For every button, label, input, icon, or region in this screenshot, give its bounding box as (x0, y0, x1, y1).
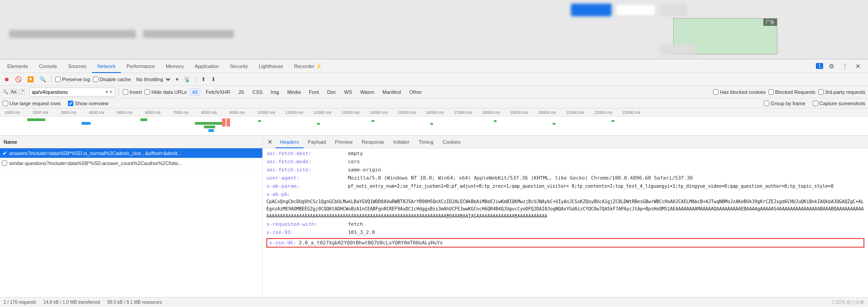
devtools-tab-bar: Elements Console Sources Network Perform… (0, 59, 868, 73)
devtools-tab-actions: 1 ⚙ ⋮ ✕ (816, 62, 866, 71)
filter-font-button[interactable]: Font (306, 88, 322, 96)
large-rows-checkbox[interactable]: Use large request rows (3, 101, 61, 106)
filter-clear-icon[interactable]: ✕ (109, 89, 113, 94)
blocked-requests-checkbox[interactable]: Blocked Requests (768, 89, 815, 95)
details-tab-preview[interactable]: Preview (330, 136, 357, 148)
filter-icon[interactable]: 🔽 (26, 75, 35, 83)
waterfall-bar-5 (222, 118, 226, 127)
record-button[interactable]: ⏺ (3, 75, 11, 83)
filter-img-button[interactable]: Img (268, 88, 282, 96)
tab-elements[interactable]: Elements (2, 59, 34, 73)
third-party-input[interactable] (818, 89, 824, 95)
details-tab-timing[interactable]: Timing (414, 136, 438, 148)
group-by-frame-checkbox[interactable]: Group by frame (764, 101, 805, 106)
filter-doc-button[interactable]: Doc (324, 88, 339, 96)
details-panel: ✕ Headers Payload Preview Response Initi… (263, 136, 868, 297)
details-tab-cookies[interactable]: Cookies (438, 136, 465, 148)
tick-10000: 10000 ms (257, 110, 285, 115)
url-filter-input[interactable] (32, 89, 104, 95)
devtools-settings-icon[interactable]: ⚙ (827, 62, 836, 71)
blocked-requests-input[interactable] (768, 89, 774, 95)
header-row-x-zse-96-highlighted: x-zse-96: 2.0_a_t027Xgb02YQ0tBhwtBQ7U0cL… (266, 238, 864, 248)
devtools-panel: Elements Console Sources Network Perform… (0, 59, 868, 307)
capture-screenshots-input[interactable] (813, 101, 818, 106)
devtools-close-icon[interactable]: ✕ (854, 62, 863, 71)
disable-cache-input[interactable] (93, 77, 98, 82)
request-name-1: answers?include=data%5B*%5D.is_normal%2C… (9, 151, 260, 156)
request-row-1[interactable]: answers?include=data%5B*%5D.is_normal%2C… (0, 148, 262, 158)
url-filter-wrap: ▾ ✕ (29, 88, 115, 97)
waterfall-bar-3 (140, 118, 147, 121)
has-blocked-cookies-input[interactable] (713, 89, 719, 95)
hide-data-urls-input[interactable] (145, 89, 150, 95)
details-close-button[interactable]: ✕ (265, 136, 275, 148)
filter-all-button[interactable]: All (189, 88, 200, 96)
search-button[interactable]: 🔍 (38, 75, 48, 83)
request-checkbox-2[interactable] (2, 161, 7, 166)
invert-checkbox[interactable]: Invert (123, 89, 142, 95)
show-overview-input[interactable] (68, 101, 73, 106)
group-by-frame-input[interactable] (764, 101, 769, 106)
header-name-x-ab-pb: x-ab-pb: (266, 191, 348, 198)
tab-performance[interactable]: Performance (121, 59, 160, 73)
filter-js-button[interactable]: JS (236, 88, 247, 96)
tab-application[interactable]: Application (189, 59, 225, 73)
invert-input[interactable] (123, 89, 128, 95)
clear-button[interactable]: 🚫 (14, 75, 23, 83)
large-rows-input[interactable] (3, 101, 8, 106)
case-sensitive-icon[interactable]: Aa (10, 89, 18, 95)
main-content-area: Name answers?include=data%5B*%5D.is_norm… (0, 136, 868, 297)
show-overview-checkbox[interactable]: Show overview (68, 101, 108, 106)
request-checkbox-1[interactable] (2, 151, 7, 156)
browser-top-area: 广告 (0, 0, 868, 59)
filter-bar: 🔍 Aa .* ▾ ✕ Invert Hide data URLs All Fe… (0, 86, 868, 98)
header-row-x-requested-with: x-requested-with: fetch (266, 221, 864, 228)
hide-data-urls-checkbox[interactable]: Hide data URLs (145, 89, 187, 95)
filter-other-button[interactable]: Other (407, 88, 425, 96)
header-row-x-ab-param: x-ab-param: pf_noti_entry_num=2;se_ffzx_… (266, 183, 864, 190)
filter-manifest-button[interactable]: Manifest (380, 88, 404, 96)
filter-css-button[interactable]: CSS (250, 88, 265, 96)
tab-network[interactable]: Network (92, 59, 121, 73)
tab-memory[interactable]: Memory (160, 59, 189, 73)
tab-recorder[interactable]: Recorder ⚡ (289, 59, 328, 73)
tab-lighthouse[interactable]: Lighthouse (253, 59, 289, 73)
throttle-down-icon[interactable]: ▾ (174, 75, 180, 83)
filter-wasm-button[interactable]: Wasm (357, 88, 377, 96)
header-name-sec-fetch-site: sec-fetch-site: (266, 166, 348, 174)
capture-screenshots-checkbox[interactable]: Capture screenshots (813, 101, 866, 106)
tick-12000: 12000 ms (313, 110, 342, 115)
export-har-button[interactable]: ⬇ (210, 75, 217, 83)
preserve-log-input[interactable] (55, 77, 61, 82)
details-tab-headers[interactable]: Headers (275, 136, 304, 148)
tick-19000: 19000 ms (510, 110, 538, 115)
details-tab-payload[interactable]: Payload (304, 136, 331, 148)
tab-console[interactable]: Console (34, 59, 63, 73)
timeline-overview[interactable]: 1000 ms 2000 ms 3000 ms 4000 ms 5000 ms … (0, 108, 868, 136)
import-har-button[interactable]: ⬆ (200, 75, 207, 83)
filter-dropdown-icon[interactable]: ▾ (106, 89, 108, 94)
regex-icon[interactable]: .* (19, 89, 25, 95)
tab-sources[interactable]: Sources (63, 59, 92, 73)
preserve-log-checkbox[interactable]: Preserve log (55, 77, 90, 82)
throttle-select[interactable]: No throttling (134, 76, 172, 83)
wf-dot-1 (258, 120, 261, 122)
details-tab-initiator[interactable]: Initiator (389, 136, 414, 148)
tick-17000: 17000 ms (454, 110, 482, 115)
timeline-ruler: 1000 ms 2000 ms 3000 ms 4000 ms 5000 ms … (0, 108, 868, 117)
filter-ws-button[interactable]: WS (341, 88, 355, 96)
filter-media-button[interactable]: Media (285, 88, 304, 96)
disable-cache-checkbox[interactable]: Disable cache (93, 77, 131, 82)
has-blocked-cookies-checkbox[interactable]: Has blocked cookies (713, 89, 766, 95)
watermark: CSDN @小未鹏 (832, 299, 864, 306)
details-tab-response[interactable]: Response (357, 136, 389, 148)
request-row-2[interactable]: similar-questions?include=data%5B*%5D.an… (0, 158, 262, 168)
tab-security[interactable]: Security (224, 59, 253, 73)
tick-1000: 1000 ms (5, 110, 33, 115)
requests-count: 2 / 176 requests (4, 300, 36, 305)
header-row-x-ab-pb: x-ab-pb: CpACxQngCbcDUgVhCSc1QgnGCbULMwk… (266, 191, 864, 220)
devtools-more-icon[interactable]: ⋮ (840, 62, 850, 71)
filter-fetch-xhr-button[interactable]: Fetch/XHR (203, 88, 233, 96)
network-conditions-icon[interactable]: 📡 (183, 75, 192, 83)
third-party-checkbox[interactable]: 3rd-party requests (818, 89, 865, 95)
